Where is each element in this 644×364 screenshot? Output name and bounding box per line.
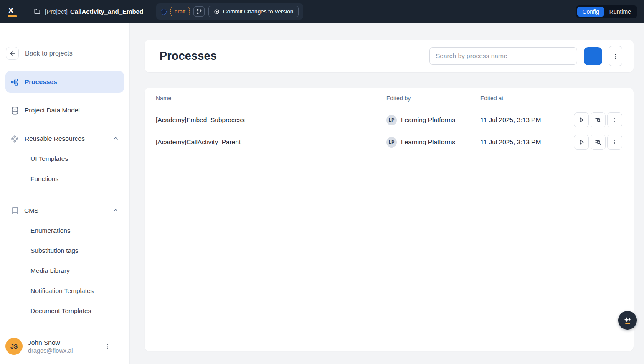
chevron-up-icon[interactable] xyxy=(112,135,119,142)
processes-table: Name Edited by Edited at [Academy]Embed_… xyxy=(145,88,634,351)
back-to-projects-label: Back to projects xyxy=(25,50,73,57)
folder-icon xyxy=(34,8,41,15)
config-tab[interactable]: Config xyxy=(577,7,604,17)
sidebar-item-project-data-model[interactable]: Project Data Model xyxy=(5,100,124,120)
section-label: CMS xyxy=(24,207,38,214)
diamonds-icon xyxy=(10,135,19,143)
sidebar-item-ui-templates[interactable]: UI Templates xyxy=(5,149,124,169)
logo-underline xyxy=(8,15,17,17)
sub-item-label: Enumerations xyxy=(30,227,71,234)
editor-name: Learning Platforms xyxy=(401,116,455,124)
topbar: X [Project] CallActivity_and_Embed main … xyxy=(0,0,644,23)
flowx-logo[interactable]: X xyxy=(8,6,25,17)
run-process-button[interactable] xyxy=(574,135,589,150)
breadcrumb: [Project] CallActivity_and_Embed xyxy=(34,8,143,15)
play-icon xyxy=(578,116,585,124)
sidebar-section-cms[interactable]: CMS xyxy=(5,201,124,221)
sidebar-item-media-library[interactable]: Media Library xyxy=(5,261,124,281)
run-process-button[interactable] xyxy=(574,112,589,127)
processes-header-card: Processes xyxy=(145,40,634,72)
sidebar-item-substitution-tags[interactable]: Substitution tags xyxy=(5,241,124,261)
list-search-icon xyxy=(594,116,602,124)
column-header-edited-at: Edited at xyxy=(480,95,574,102)
processes-hierarchy-icon xyxy=(10,78,19,87)
sidebar-item-label: Processes xyxy=(25,78,57,86)
back-to-projects[interactable]: Back to projects xyxy=(5,47,124,60)
sub-item-label: Substitution tags xyxy=(30,247,79,255)
view-instances-button[interactable] xyxy=(591,135,606,150)
list-search-icon xyxy=(594,138,602,146)
plus-icon xyxy=(588,51,598,61)
kebab-icon xyxy=(612,53,619,59)
sidebar-section-reusable-resources[interactable]: Reusable Resources xyxy=(5,129,124,149)
kebab-icon xyxy=(612,117,618,123)
row-menu-button[interactable] xyxy=(607,135,622,150)
user-menu-kebab-icon[interactable] xyxy=(104,343,111,349)
kebab-icon xyxy=(612,139,618,145)
table-row[interactable]: [Academy]CallActivity_Parent LP Learning… xyxy=(145,131,634,153)
sidebar-item-document-templates[interactable]: Document Templates xyxy=(5,301,124,321)
sub-item-label: Media Library xyxy=(30,267,70,275)
sub-item-label: Notification Templates xyxy=(30,287,94,295)
user-section: JS John Snow dragos@flowx.ai xyxy=(0,328,129,364)
play-icon xyxy=(578,138,585,146)
column-header-name: Name xyxy=(156,95,386,102)
ai-assistant-button[interactable] xyxy=(618,311,637,330)
commit-button-label: Commit Changes to Version xyxy=(223,8,293,15)
commit-record-icon xyxy=(214,9,220,15)
section-label: Reusable Resources xyxy=(25,135,85,143)
database-icon xyxy=(10,106,19,115)
git-branch-button[interactable] xyxy=(193,6,205,17)
process-name[interactable]: [Academy]CallActivity_Parent xyxy=(156,138,386,146)
git-branch-icon xyxy=(196,9,202,15)
user-avatar[interactable]: JS xyxy=(5,338,23,355)
edited-at: 11 Jul 2025, 3:13 PM xyxy=(480,116,574,124)
sidebar-item-processes[interactable]: Processes xyxy=(5,71,124,93)
logo-x: X xyxy=(8,6,14,15)
sync-status-icon xyxy=(161,9,167,15)
table-row[interactable]: [Academy]Embed_Subprocess LP Learning Pl… xyxy=(145,109,634,131)
search-input[interactable] xyxy=(429,47,577,65)
branch-tag-draft[interactable]: draft xyxy=(170,7,190,16)
add-process-button[interactable] xyxy=(584,47,602,65)
editor-name: Learning Platforms xyxy=(401,138,455,146)
book-icon xyxy=(10,206,19,215)
chevron-up-icon[interactable] xyxy=(112,207,119,214)
sparkles-icon xyxy=(623,316,633,326)
user-email: dragos@flowx.ai xyxy=(28,347,73,354)
sub-item-label: UI Templates xyxy=(30,155,68,163)
process-name[interactable]: [Academy]Embed_Subprocess xyxy=(156,116,386,124)
editor-avatar: LP xyxy=(386,137,397,148)
back-arrow-button[interactable] xyxy=(6,47,19,60)
commit-changes-button[interactable]: Commit Changes to Version xyxy=(208,6,299,17)
edited-at: 11 Jul 2025, 3:13 PM xyxy=(480,138,574,146)
sub-item-label: Document Templates xyxy=(30,307,91,315)
project-name: CallActivity_and_Embed xyxy=(70,8,143,15)
sub-item-label: Functions xyxy=(30,175,58,183)
project-label: [Project] xyxy=(45,8,68,15)
version-control-group: main draft Commit Changes to Version xyxy=(156,3,303,20)
sidebar-item-notification-templates[interactable]: Notification Templates xyxy=(5,281,124,301)
sidebar-item-enumerations[interactable]: Enumerations xyxy=(5,221,124,241)
column-header-edited-by: Edited by xyxy=(386,95,480,102)
table-header-row: Name Edited by Edited at xyxy=(145,88,634,109)
view-instances-button[interactable] xyxy=(591,112,606,127)
runtime-tab[interactable]: Runtime xyxy=(604,7,636,17)
row-menu-button[interactable] xyxy=(607,112,622,127)
user-name: John Snow xyxy=(28,339,73,346)
main-content: Processes Name Edited by Edited at [Acad… xyxy=(130,23,644,364)
processes-menu-button[interactable] xyxy=(609,46,622,66)
mode-toggle: Config Runtime xyxy=(576,5,637,18)
editor-avatar: LP xyxy=(386,115,397,125)
page-title: Processes xyxy=(160,50,217,63)
sidebar: Back to projects Processes Project Data … xyxy=(0,23,130,364)
sidebar-item-functions[interactable]: Functions xyxy=(5,169,124,189)
sidebar-item-label: Project Data Model xyxy=(25,107,80,114)
